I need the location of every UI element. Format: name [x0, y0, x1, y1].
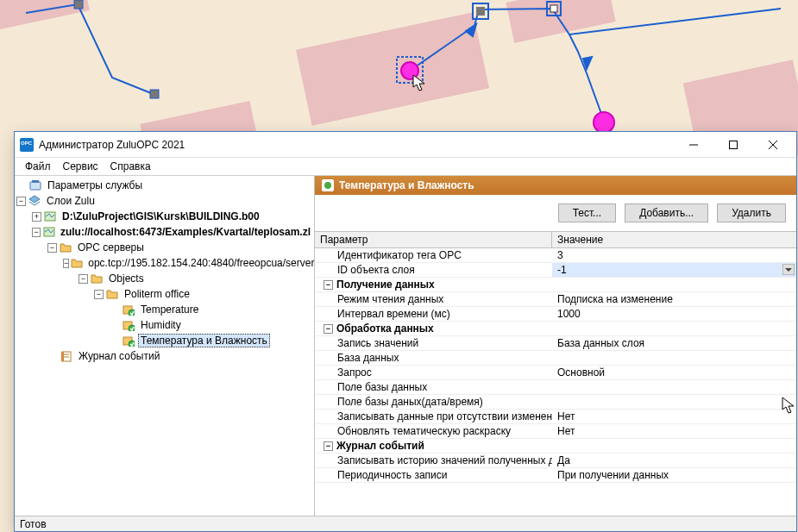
properties-header: Температура и Влажность: [315, 176, 796, 195]
app-icon: [20, 138, 34, 152]
row-database[interactable]: База данных: [315, 351, 796, 366]
expander-icon[interactable]: [47, 243, 57, 253]
delete-button[interactable]: Удалить: [717, 203, 786, 222]
status-bar: Готов: [15, 516, 796, 531]
svg-rect-7: [74, 0, 83, 9]
column-header-value[interactable]: Значение: [552, 232, 796, 247]
expander-icon[interactable]: [324, 441, 333, 451]
tree-layers[interactable]: Слои Zulu D:\ZuluProject\GIS\Kursk\BUILD…: [16, 193, 312, 364]
svg-rect-18: [32, 180, 39, 183]
grid-header: Параметр Значение: [315, 231, 796, 248]
group-event-log[interactable]: Журнал событий: [315, 439, 796, 454]
tree-opc-servers[interactable]: OPC серверы opc.: [47, 240, 312, 348]
tag-ok-icon: [122, 318, 135, 332]
tree-opc-server-url[interactable]: opc.tcp://195.182.154.240:4840/freeopcua…: [63, 255, 312, 348]
properties-panel: Температура и Влажность Тест... Добавить…: [315, 176, 796, 516]
tree-politerm-office[interactable]: Politerm office: [94, 286, 312, 348]
folder-icon: [105, 287, 119, 301]
group-process[interactable]: Обработка данных: [315, 322, 796, 336]
tag-ok-icon: [122, 334, 135, 347]
expander-icon[interactable]: [94, 290, 104, 299]
group-receive[interactable]: Получение данных: [315, 278, 796, 292]
cursor-icon: [412, 74, 428, 93]
window-title: Администратор ZuluOPC 2021: [39, 139, 674, 151]
row-query[interactable]: Запрос Основной: [315, 366, 796, 380]
row-db-field-datetime[interactable]: Поле базы даных(дата/время): [315, 395, 796, 410]
tree-tag-temperature[interactable]: Temperature: [110, 302, 312, 317]
status-text: Готов: [20, 518, 47, 530]
tag-ok-icon: [322, 179, 334, 191]
folder-icon: [90, 272, 104, 285]
titlebar: Администратор ZuluOPC 2021: [15, 132, 796, 158]
test-button[interactable]: Тест...: [558, 203, 617, 222]
tree-tag-temp-humid[interactable]: Температура и Влажность: [110, 333, 312, 348]
row-read-mode[interactable]: Режим чтения данных Подписка на изменени…: [315, 292, 796, 307]
map-file-icon: [42, 225, 55, 239]
tree-layer-building[interactable]: D:\ZuluProject\GIS\Kursk\BUILDING.b00: [32, 209, 312, 224]
map-file-icon: [43, 210, 57, 223]
row-db-field[interactable]: Поле базы данных: [315, 380, 796, 395]
svg-rect-17: [30, 182, 41, 190]
expander-icon[interactable]: [324, 324, 333, 334]
expander-icon[interactable]: [79, 274, 88, 284]
tree-event-log[interactable]: Журнал событий: [47, 348, 312, 364]
expander-icon[interactable]: [32, 212, 41, 222]
expander-icon[interactable]: [63, 259, 69, 268]
tag-ok-icon: [122, 303, 135, 316]
tree-service-params[interactable]: Параметры службы: [16, 178, 312, 193]
app-window: Администратор ZuluOPC 2021 Файл Сервис С…: [14, 131, 797, 532]
properties-grid: Идентификатор тега OPC 3 ID объекта слоя…: [315, 248, 796, 516]
svg-rect-8: [150, 90, 159, 98]
window-close-button[interactable]: [753, 132, 793, 158]
folder-icon: [59, 241, 72, 254]
cursor-icon: [782, 397, 797, 416]
window-minimize-button[interactable]: [674, 132, 713, 158]
properties-title: Температура и Влажность: [339, 179, 474, 191]
svg-rect-2: [296, 12, 489, 126]
menu-service[interactable]: Сервис: [58, 159, 104, 174]
layers-icon: [28, 194, 41, 208]
svg-rect-16: [730, 141, 738, 148]
expander-icon[interactable]: [16, 197, 26, 206]
menu-bar: Файл Сервис Справка: [15, 158, 796, 175]
menu-help[interactable]: Справка: [105, 159, 156, 174]
svg-rect-30: [61, 352, 64, 361]
svg-rect-10: [476, 7, 485, 16]
expander-icon[interactable]: [324, 280, 333, 290]
tree-tag-humidity[interactable]: Humidity: [110, 317, 312, 333]
row-log-period[interactable]: Периодичность записи При получении данны…: [315, 468, 796, 483]
expander-icon[interactable]: [32, 228, 41, 237]
dropdown-button[interactable]: [782, 264, 795, 275]
tree-objects[interactable]: Objects: [79, 271, 312, 348]
row-write-no-change[interactable]: Записывать данные при отсутствии изменен…: [315, 410, 796, 424]
row-update-theme[interactable]: Обновлять тематическую раскраску Нет: [315, 424, 796, 439]
tree-panel: Параметры службы Слои Zulu: [15, 176, 315, 516]
tree-layer-teplosa[interactable]: zulu://localhost:6473/Examples/Kvartal/t…: [32, 224, 312, 364]
folder-icon: [71, 256, 83, 270]
add-button[interactable]: Добавить...: [625, 203, 708, 222]
svg-rect-12: [550, 5, 557, 12]
window-maximize-button[interactable]: [713, 132, 753, 158]
row-interval[interactable]: Интервал времени (мс) 1000: [315, 307, 796, 322]
properties-toolbar: Тест... Добавить... Удалить: [315, 195, 796, 231]
row-tag-id[interactable]: Идентификатор тега OPC 3: [315, 248, 796, 263]
row-log-history[interactable]: Записывать историю значений полученных д…: [315, 454, 796, 468]
row-layer-object-id[interactable]: ID объекта слоя -1: [315, 263, 796, 278]
svg-point-15: [594, 112, 614, 133]
row-write-values[interactable]: Запись значений База данных слоя: [315, 336, 796, 351]
chevron-down-icon: [785, 268, 792, 272]
settings-icon: [28, 178, 42, 192]
column-header-param[interactable]: Параметр: [315, 232, 552, 247]
book-icon: [60, 349, 73, 363]
menu-file[interactable]: Файл: [20, 159, 56, 174]
